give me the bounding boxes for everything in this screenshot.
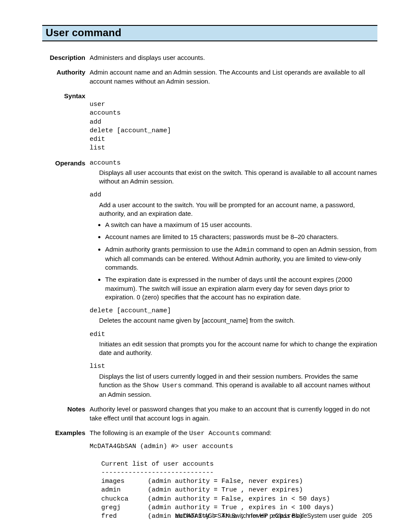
operand-body: Displays all user accounts that exist on…	[99, 168, 377, 186]
label-notes: Notes	[42, 405, 85, 423]
bullet: Account names are limited to 15 characte…	[105, 233, 377, 241]
page: User command Description Administers and…	[0, 0, 411, 532]
bullet: A switch can have a maximum of 15 user a…	[105, 221, 377, 229]
operand-name: delete [account_name]	[90, 307, 377, 315]
body-examples: The following is an example of the User …	[90, 429, 377, 521]
examples-code: McDATA4GbSAN (admin) #> user accounts Cu…	[90, 442, 377, 521]
operand-name: edit	[90, 330, 377, 339]
operand-body: Displays the list of users currently log…	[99, 372, 377, 399]
bullet: The expiration date is expressed in the …	[105, 275, 377, 302]
syntax-line: list	[90, 144, 105, 152]
body-notes: Authority level or password changes that…	[90, 405, 377, 423]
syntax-line: accounts	[90, 109, 121, 118]
row-syntax: Syntax user accounts add delete [account…	[42, 92, 377, 153]
row-notes: Notes Authority level or password change…	[42, 405, 377, 423]
syntax-line: edit	[90, 135, 105, 144]
operand-name: add	[90, 191, 377, 199]
operand-name: accounts	[90, 159, 377, 168]
footer-page: 205	[362, 512, 372, 519]
syntax-line: add	[90, 118, 101, 127]
syntax-line: delete [account_name]	[90, 127, 171, 135]
body-operands: accounts Displays all user accounts that…	[90, 159, 377, 399]
label-syntax: Syntax	[42, 92, 85, 153]
syntax-line: user	[90, 100, 105, 109]
body-description: Administers and displays user accounts.	[90, 53, 377, 62]
row-examples: Examples The following is an example of …	[42, 429, 377, 521]
row-description: Description Administers and displays use…	[42, 53, 377, 62]
bullet: Admin authority grants permission to use…	[105, 245, 377, 272]
label-authority: Authority	[42, 68, 85, 86]
section-title-bar: User command	[42, 25, 377, 41]
examples-intro: The following is an example of the User …	[90, 429, 377, 438]
operand-name: list	[90, 362, 377, 371]
operand-body: Deletes the account name given by [accou…	[99, 316, 377, 325]
label-description: Description	[42, 53, 85, 62]
body-syntax: user accounts add delete [account_name] …	[90, 92, 377, 153]
operand-body: Initiates an edit session that prompts y…	[99, 340, 377, 358]
footer-text: McDATA® 4Gb SAN Switch for HP p-Class Bl…	[175, 512, 357, 519]
operand-bullets: A switch can have a maximum of 15 user a…	[90, 221, 377, 302]
footer: McDATA® 4Gb SAN Switch for HP p-Class Bl…	[175, 512, 372, 519]
section-title: User command	[46, 27, 121, 38]
row-authority: Authority Admin account name and an Admi…	[42, 68, 377, 86]
label-operands: Operands	[42, 159, 85, 399]
row-operands: Operands accounts Displays all user acco…	[42, 159, 377, 399]
body-authority: Admin account name and an Admin session.…	[90, 68, 377, 86]
operand-body: Add a user account to the switch. You wi…	[99, 201, 377, 218]
label-examples: Examples	[42, 429, 85, 521]
content: Description Administers and displays use…	[42, 53, 377, 521]
